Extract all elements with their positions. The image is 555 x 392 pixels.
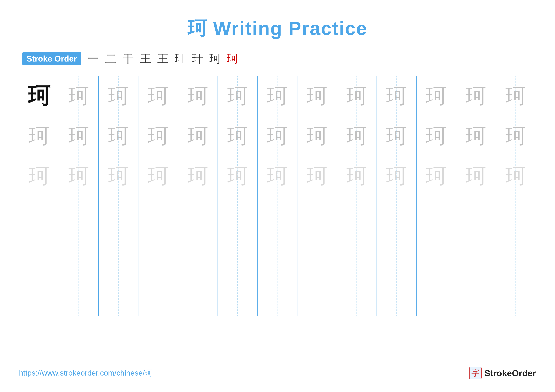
stroke-steps: 一 二 干 王 王 玒 玕 珂 珂 — [88, 51, 238, 66]
grid-cell-3-6[interactable]: 珂 — [218, 156, 258, 196]
grid-cell-6-12[interactable] — [456, 276, 496, 316]
grid-cell-4-5[interactable] — [178, 196, 218, 236]
grid-cell-2-6[interactable]: 珂 — [218, 116, 258, 156]
stroke-order-badge: Stroke Order — [22, 52, 81, 65]
grid-cell-1-7[interactable]: 珂 — [258, 76, 297, 116]
grid-cell-3-3[interactable]: 珂 — [99, 156, 139, 196]
grid-cell-2-10[interactable]: 珂 — [377, 116, 416, 156]
grid-cell-6-2[interactable] — [59, 276, 99, 316]
grid-cell-6-5[interactable] — [178, 276, 218, 316]
char-guide: 珂 — [466, 86, 486, 106]
grid-cell-2-1[interactable]: 珂 — [19, 116, 59, 156]
grid-cell-1-2[interactable]: 珂 — [59, 76, 99, 116]
grid-cell-5-2[interactable] — [59, 236, 99, 276]
grid-cell-1-3[interactable]: 珂 — [99, 76, 139, 116]
grid-cell-2-9[interactable]: 珂 — [337, 116, 377, 156]
char-dark: 珂 — [28, 85, 50, 107]
grid-cell-4-8[interactable] — [297, 196, 337, 236]
grid-cell-1-5[interactable]: 珂 — [178, 76, 218, 116]
grid-cell-6-9[interactable] — [337, 276, 377, 316]
grid-cell-6-7[interactable] — [258, 276, 297, 316]
grid-cell-2-5[interactable]: 珂 — [178, 116, 218, 156]
grid-cell-4-9[interactable] — [337, 196, 377, 236]
grid-cell-2-11[interactable]: 珂 — [416, 116, 456, 156]
grid-cell-1-1[interactable]: 珂 — [19, 76, 59, 116]
char-guide-light: 珂 — [505, 166, 526, 186]
grid-cell-5-6[interactable] — [218, 236, 258, 276]
title-character: 珂 — [188, 18, 207, 39]
stroke-step-2: 二 — [105, 51, 117, 66]
grid-cell-5-3[interactable] — [99, 236, 139, 276]
grid-cell-5-1[interactable] — [19, 236, 59, 276]
grid-cell-3-5[interactable]: 珂 — [178, 156, 218, 196]
grid-cell-4-2[interactable] — [59, 196, 99, 236]
grid-cell-5-4[interactable] — [139, 236, 178, 276]
grid-cell-6-4[interactable] — [139, 276, 178, 316]
grid-cell-6-11[interactable] — [416, 276, 456, 316]
grid-cell-3-4[interactable]: 珂 — [139, 156, 178, 196]
grid-cell-3-7[interactable]: 珂 — [258, 156, 297, 196]
grid-cell-4-7[interactable] — [258, 196, 297, 236]
grid-cell-5-13[interactable] — [496, 236, 536, 276]
grid-cell-1-10[interactable]: 珂 — [377, 76, 416, 116]
grid-cell-3-12[interactable]: 珂 — [456, 156, 496, 196]
footer-logo: 字 StrokeOrder — [469, 367, 536, 379]
grid-cell-6-10[interactable] — [377, 276, 416, 316]
grid-cell-1-4[interactable]: 珂 — [139, 76, 178, 116]
grid-cell-6-3[interactable] — [99, 276, 139, 316]
char-guide: 珂 — [346, 86, 367, 106]
grid-cell-6-1[interactable] — [19, 276, 59, 316]
grid-cell-6-6[interactable] — [218, 276, 258, 316]
grid-cell-3-13[interactable]: 珂 — [496, 156, 536, 196]
grid-cell-3-2[interactable]: 珂 — [59, 156, 99, 196]
grid-cell-4-12[interactable] — [456, 196, 496, 236]
grid-cell-5-7[interactable] — [258, 236, 297, 276]
grid-cell-1-6[interactable]: 珂 — [218, 76, 258, 116]
stroke-step-6: 玒 — [175, 51, 186, 66]
grid-cell-5-5[interactable] — [178, 236, 218, 276]
grid-cell-2-4[interactable]: 珂 — [139, 116, 178, 156]
grid-cell-6-8[interactable] — [297, 276, 337, 316]
char-guide-light: 珂 — [307, 166, 327, 186]
footer-url[interactable]: https://www.strokeorder.com/chinese/珂 — [19, 368, 152, 378]
grid-cell-2-7[interactable]: 珂 — [258, 116, 297, 156]
grid-cell-5-12[interactable] — [456, 236, 496, 276]
grid-cell-6-13[interactable] — [496, 276, 536, 316]
grid-cell-1-8[interactable]: 珂 — [297, 76, 337, 116]
char-guide-light: 珂 — [227, 166, 248, 186]
grid-cell-3-11[interactable]: 珂 — [416, 156, 456, 196]
page: 珂 Writing Practice Stroke Order 一 二 干 王 … — [0, 0, 555, 392]
grid-cell-2-13[interactable]: 珂 — [496, 116, 536, 156]
grid-cell-1-13[interactable]: 珂 — [496, 76, 536, 116]
grid-cell-2-2[interactable]: 珂 — [59, 116, 99, 156]
char-guide: 珂 — [307, 86, 327, 106]
grid-cell-5-9[interactable] — [337, 236, 377, 276]
grid-cell-2-12[interactable]: 珂 — [456, 116, 496, 156]
char-guide: 珂 — [68, 86, 89, 106]
grid-cell-4-6[interactable] — [218, 196, 258, 236]
grid-cell-2-3[interactable]: 珂 — [99, 116, 139, 156]
char-guide: 珂 — [426, 126, 446, 146]
grid-cell-1-11[interactable]: 珂 — [416, 76, 456, 116]
grid-cell-5-8[interactable] — [297, 236, 337, 276]
grid-cell-4-13[interactable] — [496, 196, 536, 236]
grid-cell-1-9[interactable]: 珂 — [337, 76, 377, 116]
grid-cell-3-1[interactable]: 珂 — [19, 156, 59, 196]
char-guide-light: 珂 — [108, 166, 129, 186]
grid-row-3: 珂 珂 珂 珂 珂 珂 珂 珂 珂 珂 珂 珂 珂 — [19, 156, 536, 196]
grid-row-4 — [19, 196, 536, 236]
grid-cell-4-3[interactable] — [99, 196, 139, 236]
grid-cell-4-10[interactable] — [377, 196, 416, 236]
grid-cell-5-10[interactable] — [377, 236, 416, 276]
grid-cell-4-1[interactable] — [19, 196, 59, 236]
grid-cell-3-9[interactable]: 珂 — [337, 156, 377, 196]
grid-cell-2-8[interactable]: 珂 — [297, 116, 337, 156]
grid-cell-5-11[interactable] — [416, 236, 456, 276]
grid-cell-3-10[interactable]: 珂 — [377, 156, 416, 196]
grid-cell-3-8[interactable]: 珂 — [297, 156, 337, 196]
stroke-order-row: Stroke Order 一 二 干 王 王 玒 玕 珂 珂 — [19, 51, 536, 66]
grid-cell-4-4[interactable] — [139, 196, 178, 236]
grid-cell-4-11[interactable] — [416, 196, 456, 236]
practice-grid: 珂 珂 珂 珂 珂 珂 珂 珂 珂 珂 珂 珂 珂 珂 珂 珂 珂 珂 珂 珂 … — [19, 76, 536, 316]
grid-cell-1-12[interactable]: 珂 — [456, 76, 496, 116]
